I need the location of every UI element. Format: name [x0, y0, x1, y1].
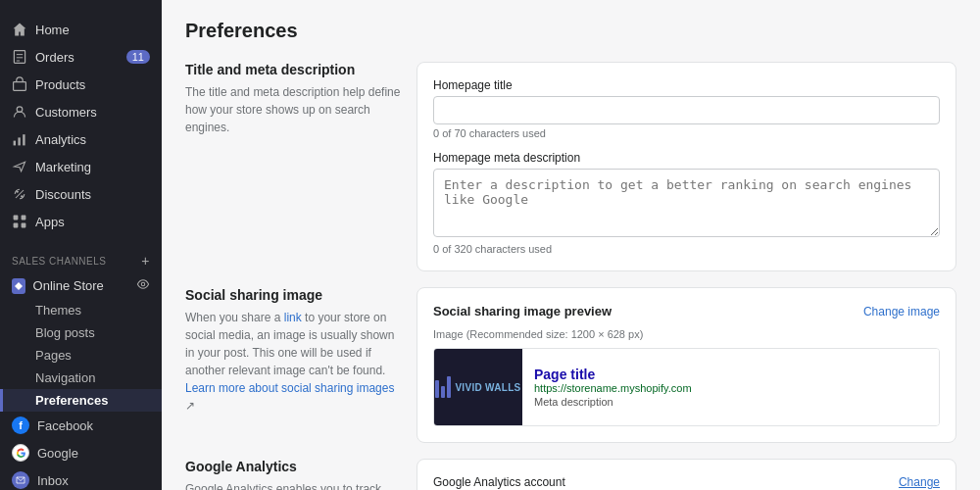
add-channel-icon[interactable]: +: [141, 253, 150, 269]
sidebar-channel-inbox[interactable]: Inbox: [0, 466, 162, 490]
preview-header: Social sharing image preview Change imag…: [433, 304, 940, 318]
analytics-icon: [12, 131, 27, 147]
homepage-title-hint: 0 of 70 characters used: [433, 127, 940, 139]
google-analytics-section: Google Analytics Google Analytics enable…: [185, 459, 956, 490]
sidebar-item-marketing[interactable]: Marketing: [0, 153, 162, 180]
homepage-title-label: Homepage title: [433, 78, 940, 92]
sidebar-channel-inbox-label: Inbox: [37, 473, 69, 488]
sidebar-item-products-label: Products: [35, 77, 85, 92]
google-analytics-card: Google Analytics account Change Add cust…: [416, 459, 956, 490]
facebook-icon: f: [12, 416, 29, 434]
ga-change-link[interactable]: Change: [899, 475, 940, 489]
ga-account-label: Google Analytics account: [433, 475, 565, 489]
sidebar-item-online-store[interactable]: Online Store: [0, 272, 162, 299]
page-title: Preferences: [185, 20, 956, 42]
meta-desc-input[interactable]: [433, 169, 940, 237]
sidebar-sub-blog-posts[interactable]: Blog posts: [0, 321, 162, 344]
social-preview-info: Page title https://storename.myshopify.c…: [522, 349, 939, 425]
preview-meta-desc: Meta description: [534, 396, 927, 408]
sidebar-sub-navigation[interactable]: Navigation: [0, 367, 162, 389]
home-icon: [12, 22, 27, 37]
sidebar-sub-pages[interactable]: Pages: [0, 344, 162, 367]
preview-page-title: Page title: [534, 367, 927, 382]
svg-rect-12: [14, 216, 19, 220]
google-analytics-left: Google Analytics Google Analytics enable…: [185, 459, 401, 490]
sidebar: Home Orders 11 Products Customers: [0, 0, 162, 490]
discounts-icon: [12, 186, 27, 202]
learn-more-link[interactable]: Learn more about social sharing images: [185, 381, 394, 395]
svg-rect-7: [18, 137, 20, 145]
svg-rect-14: [14, 223, 19, 228]
social-sharing-left: Social sharing image When you share a li…: [185, 287, 401, 415]
sidebar-channel-facebook-label: Facebook: [37, 418, 93, 433]
svg-rect-15: [22, 223, 26, 228]
title-meta-desc: The title and meta description help defi…: [185, 83, 401, 136]
svg-rect-4: [14, 82, 26, 91]
google-analytics-desc: Google Analytics enables you to track th…: [185, 480, 401, 490]
meta-desc-hint: 0 of 320 characters used: [433, 243, 940, 255]
store-link[interactable]: link: [284, 311, 302, 324]
orders-badge: 11: [126, 50, 150, 64]
meta-desc-group: Homepage meta description 0 of 320 chara…: [433, 151, 940, 255]
svg-rect-6: [14, 141, 16, 146]
social-sharing-heading: Social sharing image: [185, 287, 401, 303]
sidebar-channel-google-label: Google: [37, 446, 78, 461]
products-icon: [12, 76, 27, 92]
social-sharing-card: Social sharing image preview Change imag…: [416, 287, 956, 443]
sidebar-sub-preferences[interactable]: Preferences: [0, 389, 162, 412]
sidebar-item-analytics[interactable]: Analytics: [0, 125, 162, 153]
sales-channels-section: SALES CHANNELS +: [0, 243, 162, 272]
sidebar-item-products[interactable]: Products: [0, 71, 162, 98]
sidebar-item-home-label: Home: [35, 23, 70, 37]
sidebar-item-discounts[interactable]: Discounts: [0, 180, 162, 208]
title-meta-section: Title and meta description The title and…: [185, 62, 956, 271]
change-image-link[interactable]: Change image: [863, 305, 940, 318]
sidebar-item-analytics-label: Analytics: [35, 132, 86, 147]
sidebar-item-orders-label: Orders: [35, 50, 74, 65]
sidebar-channel-facebook[interactable]: f Facebook: [0, 412, 162, 439]
sidebar-item-marketing-label: Marketing: [35, 160, 91, 174]
google-icon: [12, 444, 29, 462]
social-preview-title: Social sharing image preview: [433, 304, 612, 318]
sidebar-item-home[interactable]: Home: [0, 16, 162, 43]
inbox-icon: [12, 471, 29, 489]
apps-icon: [12, 214, 27, 229]
social-sharing-section: Social sharing image When you share a li…: [185, 287, 956, 443]
google-analytics-heading: Google Analytics: [185, 459, 401, 474]
meta-desc-label: Homepage meta description: [433, 151, 940, 165]
social-image-thumb: VIVID WALLS: [434, 349, 522, 425]
sidebar-channel-google[interactable]: Google: [0, 439, 162, 466]
title-meta-card: Homepage title 0 of 70 characters used H…: [416, 62, 956, 271]
svg-rect-8: [23, 134, 24, 145]
marketing-icon: [12, 159, 27, 174]
ga-account-row: Google Analytics account Change: [433, 475, 940, 489]
orders-icon: [12, 49, 27, 65]
sales-channels-title: SALES CHANNELS: [12, 256, 106, 267]
sidebar-sub-themes[interactable]: Themes: [0, 299, 162, 321]
preview-url: https://storename.myshopify.com: [534, 382, 927, 394]
online-store-icon: [12, 278, 25, 294]
homepage-title-group: Homepage title 0 of 70 characters used: [433, 78, 940, 139]
vividwalls-logo: VIVID WALLS: [435, 376, 520, 398]
svg-rect-13: [22, 216, 26, 220]
online-store-label: Online Store: [33, 278, 104, 293]
main-content: Preferences Title and meta description T…: [162, 0, 980, 490]
eye-icon[interactable]: [136, 277, 150, 294]
title-meta-left: Title and meta description The title and…: [185, 62, 401, 136]
sidebar-item-apps[interactable]: Apps: [0, 208, 162, 235]
sections-container: Title and meta description The title and…: [185, 62, 956, 490]
customers-icon: [12, 104, 27, 120]
social-sharing-desc: When you share a link to your store on s…: [185, 309, 401, 415]
sidebar-item-apps-label: Apps: [35, 215, 65, 229]
svg-point-16: [141, 282, 145, 286]
vw-bars: [435, 376, 451, 398]
sidebar-item-customers[interactable]: Customers: [0, 98, 162, 125]
social-image-preview: VIVID WALLS Page title https://storename…: [433, 348, 940, 426]
sidebar-item-orders[interactable]: Orders 11: [0, 43, 162, 71]
title-meta-heading: Title and meta description: [185, 62, 401, 77]
homepage-title-input[interactable]: [433, 96, 940, 124]
image-label: Image (Recommended size: 1200 × 628 px): [433, 328, 940, 340]
sidebar-item-discounts-label: Discounts: [35, 187, 91, 202]
sidebar-item-customers-label: Customers: [35, 105, 97, 120]
